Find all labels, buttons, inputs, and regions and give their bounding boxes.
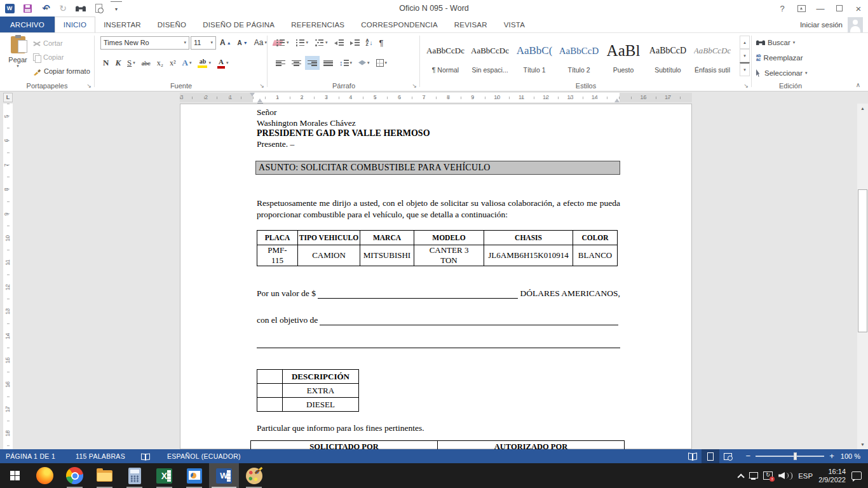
tray-clock[interactable]: 16:14 2/9/2022	[818, 468, 846, 484]
copy-button[interactable]: Copiar	[33, 51, 64, 64]
line-spacing-button[interactable]: ↕▾	[337, 56, 355, 70]
vertical-scrollbar[interactable]: ▲ ▼	[857, 104, 868, 449]
checkbox-cell[interactable]	[257, 370, 283, 384]
recipient-line[interactable]: Presente. –	[257, 139, 430, 150]
header-cell[interactable]: DESCRIPCIÓN	[283, 370, 359, 384]
header-cell[interactable]: SOLICITADO POR	[251, 441, 438, 450]
tab-diseno-pagina[interactable]: DISEÑO DE PÁGINA	[194, 17, 283, 32]
subject-box[interactable]: ASUNTO: SOLICITAR COMBUSTIBLE PARA VEHÍC…	[255, 161, 620, 175]
value-prefix[interactable]: Por un valor de $	[257, 288, 316, 299]
taskbar-firefox[interactable]	[30, 463, 60, 488]
header-cell[interactable]: CHASIS	[484, 231, 573, 245]
style-normal[interactable]: AaBbCcDc ¶ Normal	[423, 36, 468, 76]
style-subtitle[interactable]: AaBbCcD Subtítulo	[646, 36, 690, 76]
paragraph-dialog-launcher[interactable]: ↘	[412, 83, 417, 89]
show-marks-button[interactable]: ¶	[377, 36, 386, 50]
select-dropdown[interactable]: ▾	[805, 71, 808, 76]
network-icon[interactable]	[748, 472, 757, 480]
shading-dropdown[interactable]: ▾	[367, 60, 370, 65]
hanging-indent-marker[interactable]	[257, 98, 262, 102]
objective-prefix[interactable]: con el objetivo de	[257, 315, 318, 325]
paste-dropdown[interactable]: ▾	[17, 64, 19, 69]
taskbar-excel[interactable]: X	[149, 463, 179, 488]
horizontal-ruler[interactable]: 32112345678910111213141617	[180, 93, 692, 102]
grow-font-button[interactable]: A▲	[217, 36, 234, 50]
close-button[interactable]: ×	[849, 0, 868, 17]
taskbar-chrome[interactable]	[60, 463, 90, 488]
underline-button[interactable]: S▾	[125, 56, 138, 70]
recipient-line[interactable]: Washington Morales Chávez	[257, 118, 430, 129]
tab-insertar[interactable]: INSERTAR	[95, 17, 149, 32]
font-size-combobox[interactable]: 11▾	[191, 36, 216, 50]
table-cell[interactable]: CAMION	[298, 245, 360, 266]
shrink-font-button[interactable]: A▼	[235, 36, 250, 50]
table-cell[interactable]: MITSUBISHI	[360, 245, 414, 266]
header-cell[interactable]: MARCA	[360, 231, 414, 245]
signature-table[interactable]: SOLICITADO POR AUTORIZADO POR	[250, 440, 625, 449]
bullets-button[interactable]: ▾	[273, 36, 292, 50]
value-blank-line[interactable]	[318, 289, 518, 299]
borders-button[interactable]: ▾	[374, 56, 390, 70]
numbering-button[interactable]: ▾	[293, 36, 311, 50]
recipient-block[interactable]: Señor Washington Morales Chávez PRESIDEN…	[257, 107, 430, 149]
header-cell[interactable]: TIPO VEHICULO	[298, 231, 360, 245]
zoom-level[interactable]: 100 %	[841, 452, 868, 460]
scrollbar-thumb[interactable]	[858, 189, 867, 332]
highlight-button[interactable]: ab▾	[195, 56, 214, 70]
highlight-dropdown[interactable]: ▾	[208, 60, 211, 65]
multilevel-list-button[interactable]: ▾	[312, 36, 330, 50]
word-count[interactable]: 115 PALABRAS	[70, 452, 131, 460]
proofing-icon[interactable]	[141, 453, 150, 459]
decrease-indent-button[interactable]	[332, 36, 346, 50]
styles-dialog-launcher[interactable]: ↘	[743, 83, 749, 89]
italic-button[interactable]: K	[112, 56, 123, 70]
help-button[interactable]: ?	[773, 0, 792, 17]
fuel-description-table[interactable]: DESCRIPCIÓN EXTRA DIESEL	[257, 369, 359, 412]
read-mode-button[interactable]	[684, 449, 702, 463]
style-no-spacing[interactable]: AaBbCcDc Sin espaci...	[468, 36, 512, 76]
tab-revisar[interactable]: REVISAR	[446, 17, 496, 32]
style-title[interactable]: AaBl Puesto	[601, 36, 646, 76]
tab-inicio[interactable]: INICIO	[55, 17, 95, 32]
header-cell[interactable]: AUTORIZADO POR	[438, 441, 625, 450]
justify-button[interactable]	[321, 56, 336, 70]
superscript-button[interactable]: x²	[167, 56, 179, 70]
vertical-ruler[interactable]: 56789101112131415161718	[3, 104, 13, 449]
styles-scroll-down[interactable]: ▼	[740, 49, 750, 62]
checkbox-cell[interactable]	[257, 398, 283, 412]
table-cell[interactable]: EXTRA	[283, 384, 359, 398]
objective-blank-line[interactable]	[320, 316, 618, 325]
first-line-indent-marker[interactable]	[250, 93, 255, 97]
scroll-down-arrow[interactable]: ▼	[857, 440, 868, 449]
format-painter-button[interactable]: Copiar formato	[33, 65, 90, 78]
find-dropdown[interactable]: ▾	[793, 40, 796, 45]
table-cell[interactable]: DIESEL	[283, 398, 359, 412]
minimize-button[interactable]: —	[811, 0, 830, 17]
taskbar-calculator[interactable]	[119, 463, 149, 488]
taskbar-word[interactable]: W	[209, 463, 239, 488]
table-cell[interactable]: BLANCO	[573, 245, 618, 266]
tab-vista[interactable]: VISTA	[496, 17, 533, 32]
bold-button[interactable]: N	[100, 56, 111, 70]
page-indicator[interactable]: PÁGINA 1 DE 1	[0, 452, 61, 460]
avatar[interactable]	[848, 17, 863, 32]
select-button[interactable]: Seleccionar ▾	[756, 66, 808, 80]
checkbox-cell[interactable]	[257, 384, 283, 398]
font-size-dropdown[interactable]: ▾	[210, 40, 213, 45]
align-center-button[interactable]	[289, 56, 304, 70]
text-effects-button[interactable]: A▾	[180, 56, 194, 70]
taskbar-chart-app[interactable]	[179, 463, 209, 488]
taskbar-file-explorer[interactable]	[90, 463, 119, 488]
shading-button[interactable]: ▾	[356, 56, 372, 70]
table-cell[interactable]: CANTER 3 TON	[414, 245, 484, 266]
continuation-blank-line[interactable]	[257, 338, 620, 348]
font-family-combobox[interactable]: Times New Ro▾	[100, 36, 189, 50]
style-heading2[interactable]: AaBbCcD Título 2	[557, 36, 601, 76]
document-page[interactable]: Señor Washington Morales Chávez PRESIDEN…	[180, 104, 692, 449]
header-cell[interactable]: PLACA	[257, 231, 298, 245]
taskbar-paint-app[interactable]	[239, 463, 269, 488]
style-heading1[interactable]: AaBbC( Título 1	[512, 36, 557, 76]
zoom-out-button[interactable]: −	[746, 452, 751, 460]
numbering-dropdown[interactable]: ▾	[306, 40, 309, 45]
paste-button[interactable]: Pegar ▾	[4, 35, 32, 79]
